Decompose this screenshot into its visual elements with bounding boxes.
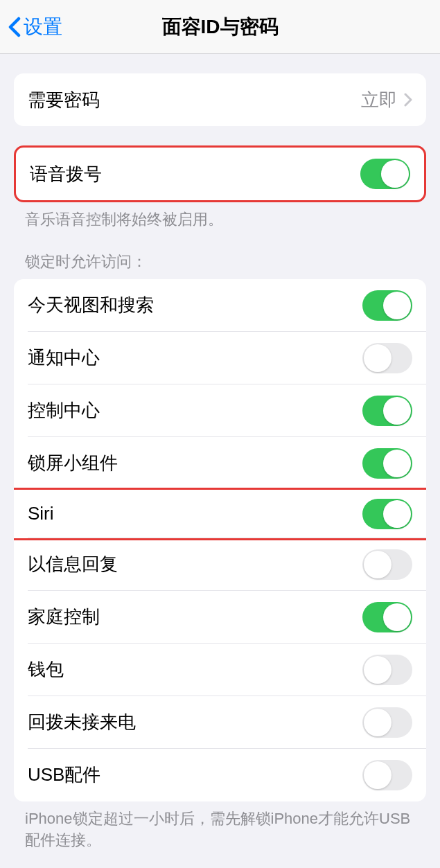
lock-access-header: 锁定时允许访问： bbox=[0, 231, 440, 279]
lock-access-label: 家庭控制 bbox=[28, 605, 100, 629]
page-title: 面容ID与密码 bbox=[162, 14, 279, 40]
voice-dial-toggle[interactable] bbox=[360, 159, 410, 189]
lock-access-label: 锁屏小组件 bbox=[28, 451, 118, 475]
chevron-left-icon bbox=[8, 17, 21, 37]
back-label: 设置 bbox=[24, 14, 62, 40]
lock-access-row--: 今天视图和搜索 bbox=[14, 279, 426, 332]
lock-access-group: 今天视图和搜索通知中心控制中心锁屏小组件Siri以信息回复家庭控制钱包回拨未接来… bbox=[14, 279, 426, 801]
lock-access-row--: 控制中心 bbox=[14, 384, 426, 437]
lock-access-row--: 锁屏小组件 bbox=[14, 437, 426, 490]
lock-access-toggle--[interactable] bbox=[362, 707, 412, 738]
lock-access-row--: 家庭控制 bbox=[14, 591, 426, 644]
require-passcode-row[interactable]: 需要密码 立即 bbox=[14, 73, 426, 126]
chevron-right-icon bbox=[404, 93, 412, 107]
lock-access-label: USB配件 bbox=[28, 763, 100, 787]
lock-access-toggle--[interactable] bbox=[362, 602, 412, 632]
require-passcode-value: 立即 bbox=[361, 88, 397, 112]
lock-access-toggle--[interactable] bbox=[362, 448, 412, 479]
require-passcode-label: 需要密码 bbox=[28, 88, 100, 112]
lock-access-label: 控制中心 bbox=[28, 398, 100, 423]
lock-access-row-siri: Siri bbox=[14, 488, 426, 540]
lock-access-row--: 以信息回复 bbox=[14, 538, 426, 591]
voice-dial-label: 语音拨号 bbox=[30, 162, 102, 186]
lock-access-toggle--[interactable] bbox=[362, 549, 412, 580]
lock-access-label: 以信息回复 bbox=[28, 552, 118, 576]
lock-access-label: 回拨未接来电 bbox=[28, 710, 136, 734]
nav-header: 设置 面容ID与密码 bbox=[0, 0, 440, 54]
lock-access-row--: 回拨未接来电 bbox=[14, 696, 426, 749]
voice-dial-row: 语音拨号 bbox=[16, 148, 424, 200]
lock-access-label: 钱包 bbox=[28, 657, 64, 682]
voice-dial-group: 语音拨号 bbox=[14, 145, 426, 202]
lock-access-toggle-usb-[interactable] bbox=[362, 760, 412, 790]
lock-access-footer: iPhone锁定超过一小时后，需先解锁iPhone才能允许USB配件连接。 bbox=[0, 801, 440, 851]
voice-dial-footer: 音乐语音控制将始终被启用。 bbox=[0, 202, 440, 231]
lock-access-toggle--[interactable] bbox=[362, 343, 412, 373]
lock-access-label: 今天视图和搜索 bbox=[28, 293, 154, 317]
lock-access-toggle--[interactable] bbox=[362, 290, 412, 321]
lock-access-toggle--[interactable] bbox=[362, 396, 412, 426]
lock-access-toggle--[interactable] bbox=[362, 655, 412, 685]
lock-access-row-usb-: USB配件 bbox=[14, 749, 426, 801]
lock-access-label: 通知中心 bbox=[28, 346, 100, 370]
require-passcode-group: 需要密码 立即 bbox=[14, 73, 426, 126]
lock-access-row--: 通知中心 bbox=[14, 332, 426, 384]
lock-access-row--: 钱包 bbox=[14, 644, 426, 696]
lock-access-label: Siri bbox=[28, 503, 54, 524]
lock-access-toggle-siri[interactable] bbox=[362, 499, 412, 529]
back-button[interactable]: 设置 bbox=[8, 14, 62, 40]
